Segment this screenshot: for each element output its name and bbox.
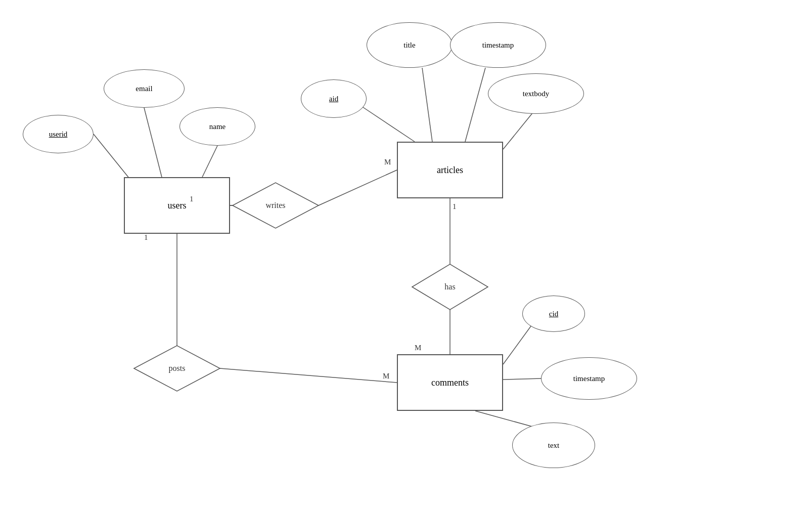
attribute-title: title: [367, 22, 453, 68]
attribute-timestamp-articles-label: timestamp: [482, 41, 514, 50]
attribute-email: email: [104, 69, 185, 108]
attribute-text: text: [512, 423, 595, 468]
attribute-email-label: email: [136, 85, 152, 93]
attribute-textbody-label: textbody: [523, 90, 550, 98]
svg-line-7: [220, 368, 397, 383]
svg-line-14: [503, 109, 536, 149]
attribute-cid-label: cid: [549, 310, 558, 318]
attribute-cid: cid: [522, 296, 585, 332]
svg-line-17: [475, 411, 536, 428]
entity-articles-label: articles: [437, 165, 463, 176]
attribute-name-label: name: [209, 122, 225, 131]
attribute-aid: aid: [301, 79, 367, 118]
svg-line-13: [465, 68, 485, 142]
attribute-timestamp-comments: timestamp: [541, 357, 637, 400]
svg-line-11: [362, 106, 415, 142]
attribute-name: name: [179, 107, 255, 146]
attribute-userid-label: userid: [49, 130, 68, 139]
attribute-text-label: text: [548, 441, 560, 450]
svg-line-12: [422, 68, 432, 142]
svg-line-15: [503, 321, 534, 364]
svg-line-3: [319, 170, 397, 205]
attribute-userid: userid: [23, 115, 94, 153]
entity-comments: comments: [397, 354, 503, 411]
entity-users-label: users: [168, 200, 187, 211]
attribute-timestamp-comments-label: timestamp: [573, 374, 605, 383]
er-diagram: users articles comments writes has posts…: [0, 0, 812, 505]
svg-line-10: [202, 146, 217, 177]
entity-comments-label: comments: [431, 377, 469, 388]
attribute-title-label: title: [403, 41, 415, 50]
entity-users: users: [124, 177, 230, 234]
attribute-timestamp-articles: timestamp: [450, 22, 546, 68]
entity-articles: articles: [397, 142, 503, 198]
attribute-textbody: textbody: [488, 73, 584, 114]
svg-line-9: [144, 108, 162, 177]
svg-line-16: [503, 378, 541, 380]
attribute-aid-label: aid: [329, 95, 338, 103]
